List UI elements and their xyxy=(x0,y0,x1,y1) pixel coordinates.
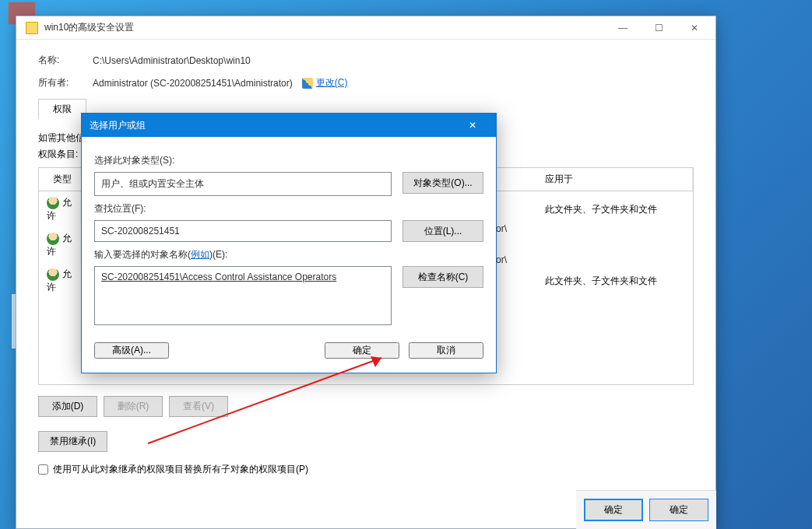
object-type-field: 用户、组或内置安全主体 xyxy=(94,172,392,196)
location-label: 查找位置(F): xyxy=(94,202,483,215)
ok-button[interactable]: 确定 xyxy=(584,499,643,521)
name-value: C:\Users\Administrator\Desktop\win10 xyxy=(93,55,251,66)
add-button[interactable]: 添加(D) xyxy=(38,396,97,417)
column-type[interactable]: 类型 xyxy=(39,168,86,191)
dialog-titlebar[interactable]: 选择用户或组 ✕ xyxy=(82,114,496,137)
shield-icon xyxy=(302,78,313,89)
row-tail: or\ xyxy=(496,254,507,265)
check-names-button[interactable]: 检查名称(C) xyxy=(402,266,483,288)
dialog-cancel-button[interactable]: 取消 xyxy=(409,342,483,359)
location-field: SC-202008251451 xyxy=(94,220,392,242)
advanced-button[interactable]: 高级(A)... xyxy=(94,342,169,359)
replace-children-checkbox[interactable] xyxy=(38,464,48,475)
owner-label: 所有者: xyxy=(38,76,93,89)
user-icon xyxy=(47,197,59,209)
window-footer: 确定 确定 xyxy=(576,490,716,529)
remove-button[interactable]: 删除(R) xyxy=(104,396,163,417)
object-types-button[interactable]: 对象类型(O)... xyxy=(402,172,483,194)
owner-value: Administrator (SC-202008251451\Administr… xyxy=(93,78,293,89)
titlebar[interactable]: win10的高级安全设置 — ☐ ✕ xyxy=(16,16,715,40)
tab-permissions[interactable]: 权限 xyxy=(38,99,86,119)
column-applyto[interactable]: 应用于 xyxy=(537,168,693,191)
locations-button[interactable]: 位置(L)... xyxy=(402,220,483,242)
object-names-input[interactable]: SC-202008251451\Access Control Assistanc… xyxy=(94,266,392,325)
select-user-or-group-dialog: 选择用户或组 ✕ 选择此对象类型(S): 用户、组或内置安全主体 对象类型(O)… xyxy=(81,113,497,373)
maximize-button[interactable]: ☐ xyxy=(641,17,677,39)
dialog-ok-button[interactable]: 确定 xyxy=(325,342,399,359)
minimize-button[interactable]: — xyxy=(605,17,641,39)
row-tail: or\ xyxy=(496,223,507,234)
folder-icon xyxy=(26,22,38,34)
user-icon xyxy=(47,268,59,281)
names-label-pre: 输入要选择的对象名称( xyxy=(94,249,191,260)
disable-inherit-button[interactable]: 禁用继承(I) xyxy=(38,431,107,452)
perm-applyto xyxy=(537,243,693,247)
dialog-close-button[interactable]: ✕ xyxy=(457,114,488,137)
object-names-label: 输入要选择的对象名称(例如)(E): xyxy=(94,248,483,261)
ok-button-2[interactable]: 确定 xyxy=(649,499,708,521)
view-button[interactable]: 查看(V) xyxy=(169,396,228,417)
perm-applyto: 此文件夹、子文件夹和文件 xyxy=(537,201,693,218)
user-icon xyxy=(47,233,59,245)
name-label: 名称: xyxy=(38,54,93,67)
close-button[interactable]: ✕ xyxy=(677,17,712,39)
dialog-title: 选择用户或组 xyxy=(90,119,146,132)
replace-children-label: 使用可从此对象继承的权限项目替换所有子对象的权限项目(P) xyxy=(53,463,308,476)
change-owner-link[interactable]: 更改(C) xyxy=(316,76,348,89)
example-link[interactable]: 例如 xyxy=(191,249,209,260)
perm-applyto: 此文件夹、子文件夹和文件 xyxy=(537,273,693,289)
window-title: win10的高级安全设置 xyxy=(44,21,134,34)
object-type-label: 选择此对象类型(S): xyxy=(94,154,483,167)
names-label-post: )(E): xyxy=(209,249,227,260)
